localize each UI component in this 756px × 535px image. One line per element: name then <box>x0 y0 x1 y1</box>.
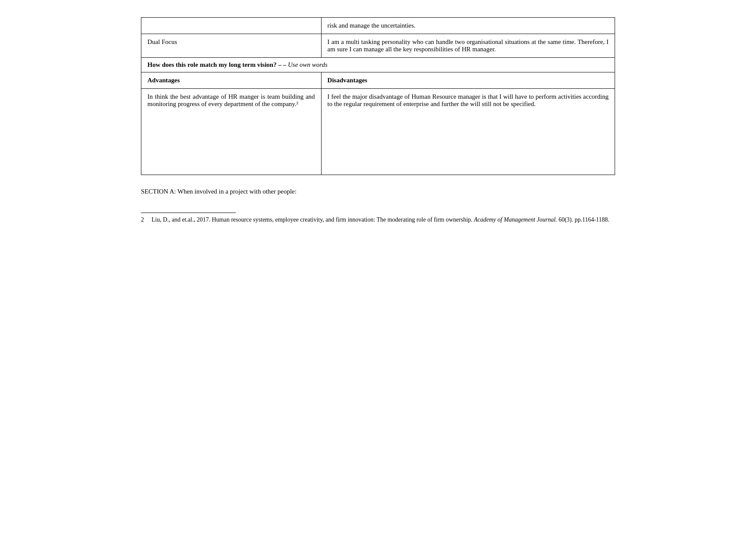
footnote-journal-detail: 60(3). pp.1164-1188. <box>557 216 609 223</box>
footnote-container: 2 Liu, D., and et.al., 2017. Human resou… <box>141 213 615 223</box>
table-row-adv-disadv-header: Advantages Disadvantages <box>141 72 615 89</box>
cell-disadvantages-content: I feel the major disadvantage of Human R… <box>321 89 615 175</box>
footnote-author: Liu, D., and et.al., 2017. Human resourc… <box>152 216 473 223</box>
section-a-text: SECTION A: When involved in a project wi… <box>141 188 615 195</box>
long-term-vision-bold: How does this role match my long term vi… <box>147 61 281 68</box>
table-row-dual-focus: Dual Focus I am a multi tasking personal… <box>141 34 615 58</box>
cell-risk-left <box>141 18 322 34</box>
table-row-risk: risk and manage the uncertainties. <box>141 18 615 34</box>
table-row-long-term-vision: How does this role match my long term vi… <box>141 58 615 72</box>
long-term-vision-italic: Use own words <box>288 61 328 68</box>
cell-disadvantages-header: Disadvantages <box>321 72 615 89</box>
cell-dual-focus-label: Dual Focus <box>141 34 322 58</box>
cell-advantages-header: Advantages <box>141 72 322 89</box>
footnote-number: 2 <box>141 216 144 223</box>
footnote-divider <box>141 213 236 213</box>
cell-dual-focus-content: I am a multi tasking personality who can… <box>321 34 615 58</box>
table-row-adv-disadv-content: In think the best advantage of HR manger… <box>141 89 615 175</box>
main-table: risk and manage the uncertainties. Dual … <box>141 17 615 175</box>
footnote-text: 2 Liu, D., and et.al., 2017. Human resou… <box>141 216 615 223</box>
cell-advantages-content: In think the best advantage of HR manger… <box>141 89 322 175</box>
cell-risk-right: risk and manage the uncertainties. <box>321 18 615 34</box>
cell-long-term-vision-header: How does this role match my long term vi… <box>141 58 615 72</box>
footnote-journal: Academy of Management Journal. <box>474 216 557 223</box>
page-container: risk and manage the uncertainties. Dual … <box>141 17 615 223</box>
